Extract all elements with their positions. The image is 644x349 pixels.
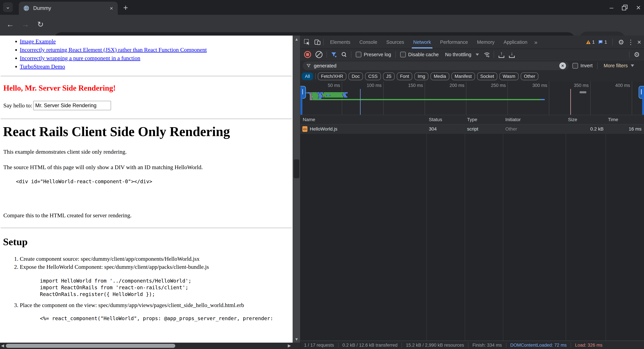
scroll-up-icon[interactable]: ▲ xyxy=(293,37,300,42)
name-input[interactable] xyxy=(33,101,111,110)
overview-left-bar[interactable] xyxy=(300,88,302,115)
chip-manifest[interactable]: Manifest xyxy=(452,73,475,80)
waterfall-bar[interactable] xyxy=(310,99,312,100)
link-incorrect-jsx[interactable]: Incorrectly returning React Element (JSX… xyxy=(20,47,207,53)
scroll-right-icon[interactable]: ▶ xyxy=(288,343,291,348)
tab-close-icon[interactable]: × xyxy=(110,5,113,12)
import-har-icon[interactable]: ↑ xyxy=(498,51,505,58)
cell-initiator[interactable]: Other xyxy=(505,125,517,134)
column-divider[interactable] xyxy=(426,115,427,340)
chip-css[interactable]: CSS xyxy=(365,73,381,80)
waterfall-bar[interactable] xyxy=(320,92,324,94)
invert-checkbox[interactable] xyxy=(572,63,578,69)
tab-sources[interactable]: Sources xyxy=(382,36,408,49)
export-har-icon[interactable]: ↓ xyxy=(508,51,515,58)
chip-media[interactable]: Media xyxy=(430,73,449,80)
col-initiator[interactable]: Initiator xyxy=(505,115,521,124)
tab-console[interactable]: Console xyxy=(355,36,382,49)
waterfall-bar[interactable] xyxy=(307,92,310,94)
chip-all[interactable]: All xyxy=(302,73,313,80)
chip-fetch-xhr[interactable]: Fetch/XHR xyxy=(318,73,346,80)
record-network-log-icon[interactable] xyxy=(304,51,311,58)
page-horizontal-scrollbar[interactable]: ◀ ▶ xyxy=(0,343,300,349)
cell-name[interactable]: HelloWorld.js xyxy=(310,125,337,134)
waterfall-bar[interactable] xyxy=(310,96,312,98)
devtools-kebab-icon[interactable]: ⋮ xyxy=(628,39,634,46)
col-type[interactable]: Type xyxy=(467,115,477,124)
waterfall-bar[interactable] xyxy=(312,96,312,98)
overview-right-bar[interactable] xyxy=(642,88,644,115)
waterfall-bar[interactable] xyxy=(317,92,320,94)
waterfall-bar[interactable] xyxy=(312,92,317,94)
waterfall-bar[interactable] xyxy=(322,94,342,95)
tab-memory[interactable]: Memory xyxy=(472,36,499,49)
chip-wasm[interactable]: Wasm xyxy=(500,73,518,80)
waterfall-bar[interactable] xyxy=(324,96,344,98)
column-divider[interactable] xyxy=(503,115,503,340)
tab-search-button[interactable]: ⌄ xyxy=(3,2,13,12)
column-divider[interactable] xyxy=(606,115,606,340)
clear-network-log-icon[interactable] xyxy=(316,51,322,58)
chip-other[interactable]: Other xyxy=(521,73,538,80)
scroll-left-icon[interactable]: ◀ xyxy=(1,343,4,348)
waterfall-bar[interactable] xyxy=(344,96,347,98)
waterfall-bar[interactable] xyxy=(318,98,322,99)
filter-input[interactable]: generated × xyxy=(303,61,569,70)
minimize-icon[interactable]: – xyxy=(610,4,613,11)
vertical-scrollbar-thumb[interactable] xyxy=(294,159,299,178)
link-image-example[interactable]: Image Example xyxy=(20,38,56,45)
col-size[interactable]: Size xyxy=(568,115,577,124)
network-conditions-wifi-icon[interactable] xyxy=(483,51,490,58)
waterfall-bar[interactable] xyxy=(330,95,343,96)
waterfall-bar[interactable] xyxy=(312,94,318,95)
chip-doc[interactable]: Doc xyxy=(348,73,363,80)
column-divider[interactable] xyxy=(465,115,465,340)
waterfall-bar[interactable] xyxy=(319,96,323,98)
device-toolbar-icon[interactable] xyxy=(314,39,321,46)
back-button[interactable]: ← xyxy=(6,20,14,29)
tab-network[interactable]: Network xyxy=(409,36,436,49)
tab-elements[interactable]: Elements xyxy=(326,36,355,49)
waterfall-bar[interactable] xyxy=(343,95,346,96)
column-divider[interactable] xyxy=(566,115,566,340)
new-tab-button[interactable]: + xyxy=(123,4,128,12)
messages-badge[interactable]: 1 xyxy=(598,40,607,45)
more-tabs-icon[interactable]: » xyxy=(532,39,540,46)
waterfall-bar[interactable] xyxy=(313,96,319,98)
waterfall-bar[interactable] xyxy=(344,92,348,94)
waterfall-bar[interactable] xyxy=(327,95,330,96)
warnings-badge[interactable]: 1 xyxy=(586,40,595,45)
forward-button[interactable]: → xyxy=(22,20,29,29)
waterfall-bar[interactable] xyxy=(310,94,312,95)
inspect-element-icon[interactable] xyxy=(304,39,311,46)
horizontal-scrollbar-thumb[interactable] xyxy=(6,344,175,348)
waterfall-bar[interactable] xyxy=(322,95,326,96)
close-window-icon[interactable]: × xyxy=(636,3,641,12)
clear-filter-icon[interactable]: × xyxy=(559,62,566,69)
waterfall-bar[interactable] xyxy=(313,99,541,100)
waterfall-bar[interactable] xyxy=(310,98,312,99)
waterfall-bar[interactable] xyxy=(323,96,324,98)
waterfall-bar[interactable] xyxy=(312,98,318,99)
tab-application[interactable]: Application xyxy=(499,36,532,49)
waterfall-bar[interactable] xyxy=(312,95,319,96)
scroll-down-icon[interactable]: ▼ xyxy=(293,337,300,341)
chip-js[interactable]: JS xyxy=(383,73,395,80)
waterfall-bar[interactable] xyxy=(324,92,344,94)
waterfall-bar[interactable] xyxy=(318,94,321,95)
tab-performance[interactable]: Performance xyxy=(436,36,472,49)
waterfall-bar[interactable] xyxy=(310,92,312,94)
devtools-close-icon[interactable]: × xyxy=(637,39,641,46)
chip-socket[interactable]: Socket xyxy=(477,73,498,80)
network-settings-gear-icon[interactable]: ⚙ xyxy=(634,51,640,58)
page-vertical-scrollbar[interactable]: ▲ ▼ xyxy=(293,36,300,343)
devtools-settings-gear-icon[interactable]: ⚙ xyxy=(618,39,624,46)
col-time[interactable]: Time xyxy=(608,115,618,124)
link-incorrect-wrap[interactable]: Incorrectly wrapping a pure component in… xyxy=(20,55,140,61)
restore-window-icon[interactable] xyxy=(621,4,628,11)
filter-funnel-icon[interactable] xyxy=(330,51,337,58)
throttling-select[interactable]: No throttling xyxy=(445,52,471,57)
link-turbostream[interactable]: TurboStream Demo xyxy=(20,64,65,70)
browser-tab[interactable]: Dummy × xyxy=(19,2,118,15)
waterfall-bar[interactable] xyxy=(343,94,346,95)
